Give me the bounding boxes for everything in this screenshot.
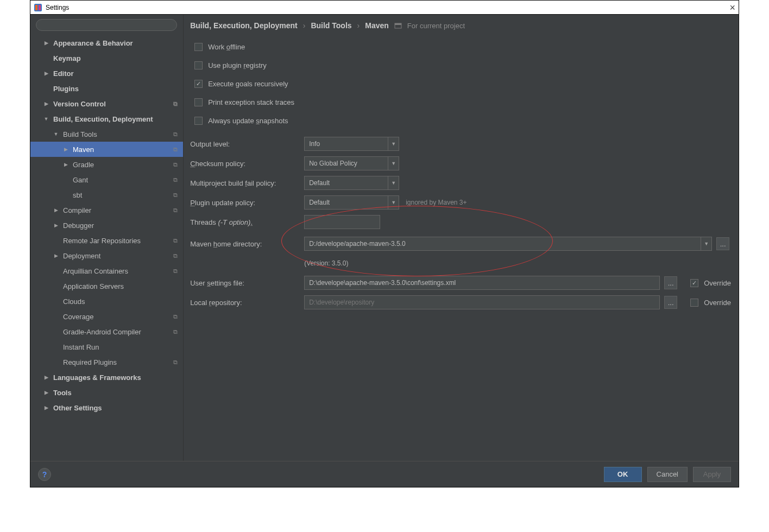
tree-item-label: Debugger bbox=[63, 221, 171, 230]
dialog-footer: ? OK Cancel Apply bbox=[30, 461, 739, 487]
expand-arrow-icon[interactable] bbox=[52, 131, 60, 137]
tree-item[interactable]: Instant Run⧉ bbox=[30, 339, 183, 354]
chevron-down-icon[interactable]: ▼ bbox=[701, 237, 712, 251]
tree-item[interactable]: Tools⧉ bbox=[30, 385, 183, 400]
close-icon[interactable]: × bbox=[729, 3, 735, 12]
user-settings-browse-button[interactable]: ... bbox=[664, 276, 677, 289]
project-scope-icon: ⧉ bbox=[171, 176, 180, 183]
tree-item[interactable]: Languages & Frameworks⧉ bbox=[30, 370, 183, 385]
plugin-registry-label: Use plugin registry bbox=[208, 61, 267, 69]
tree-item[interactable]: Clouds⧉ bbox=[30, 294, 183, 309]
expand-arrow-icon[interactable] bbox=[42, 116, 50, 122]
print-exception-label: Print exception stack traces bbox=[208, 98, 294, 106]
tree-item[interactable]: Deployment⧉ bbox=[30, 248, 183, 263]
chevron-down-icon[interactable]: ▼ bbox=[388, 176, 399, 190]
crumb-maven[interactable]: Maven bbox=[365, 21, 389, 30]
print-exception-checkbox[interactable] bbox=[194, 98, 203, 106]
multiproject-select[interactable]: Default▼ bbox=[304, 176, 399, 190]
cancel-button[interactable]: Cancel bbox=[647, 467, 688, 482]
tree-item-label: Keymap bbox=[53, 54, 171, 62]
chevron-down-icon[interactable]: ▼ bbox=[388, 156, 399, 170]
local-repo-browse-button[interactable]: ... bbox=[664, 296, 677, 309]
plugin-update-note: ignored by Maven 3+ bbox=[406, 199, 467, 206]
expand-arrow-icon[interactable] bbox=[62, 147, 70, 152]
tree-item[interactable]: Gant⧉ bbox=[30, 172, 183, 187]
svg-rect-1 bbox=[35, 5, 37, 10]
override-label: Override bbox=[704, 299, 731, 307]
tree-item[interactable]: Coverage⧉ bbox=[30, 309, 183, 324]
tree-item[interactable]: Other Settings⧉ bbox=[30, 400, 183, 415]
tree-item[interactable]: Editor⧉ bbox=[30, 66, 183, 81]
project-scope-icon: ⧉ bbox=[171, 146, 180, 153]
execute-goals-label: Execute goals recursively bbox=[208, 80, 288, 88]
tree-item[interactable]: Arquillian Containers⧉ bbox=[30, 263, 183, 278]
tree-item[interactable]: Build, Execution, Deployment⧉ bbox=[30, 111, 183, 126]
expand-arrow-icon[interactable] bbox=[52, 223, 60, 228]
search-input[interactable] bbox=[36, 19, 177, 31]
output-level-select[interactable]: Info▼ bbox=[304, 137, 399, 151]
threads-input[interactable] bbox=[304, 215, 380, 229]
tree-item[interactable]: Gradle-Android Compiler⧉ bbox=[30, 324, 183, 339]
settings-tree: Appearance & Behavior⧉Keymap⧉Editor⧉Plug… bbox=[30, 35, 183, 461]
tree-item[interactable]: Version Control⧉ bbox=[30, 96, 183, 111]
app-icon bbox=[34, 3, 42, 12]
tree-item[interactable]: Debugger⧉ bbox=[30, 218, 183, 233]
crumb-bed[interactable]: Build, Execution, Deployment bbox=[190, 21, 298, 30]
expand-arrow-icon[interactable] bbox=[52, 207, 60, 213]
tree-item-label: Required Plugins bbox=[63, 358, 171, 366]
expand-arrow-icon[interactable] bbox=[42, 375, 50, 380]
expand-arrow-icon[interactable] bbox=[42, 390, 50, 395]
tree-item[interactable]: Compiler⧉ bbox=[30, 202, 183, 218]
maven-home-input[interactable]: D:/develope/apache-maven-3.5.0 bbox=[304, 237, 701, 251]
tree-item[interactable]: Gradle⧉ bbox=[30, 157, 183, 172]
expand-arrow-icon[interactable] bbox=[42, 101, 50, 106]
tree-item[interactable]: Remote Jar Repositories⧉ bbox=[30, 233, 183, 248]
user-settings-input[interactable]: D:\develope\apache-maven-3.5.0\conf\sett… bbox=[304, 276, 660, 290]
tree-item-label: Instant Run bbox=[63, 343, 171, 351]
crumb-build-tools[interactable]: Build Tools bbox=[311, 21, 351, 30]
override-local-checkbox[interactable] bbox=[690, 299, 698, 307]
tree-item[interactable]: Keymap⧉ bbox=[30, 50, 183, 66]
tree-item[interactable]: Application Servers⧉ bbox=[30, 278, 183, 294]
tree-item[interactable]: Build Tools⧉ bbox=[30, 126, 183, 142]
project-scope-icon: ⧉ bbox=[171, 268, 180, 275]
project-scope-icon: ⧉ bbox=[171, 252, 180, 259]
tree-item[interactable]: Plugins⧉ bbox=[30, 81, 183, 96]
project-scope-icon: ⧉ bbox=[171, 192, 180, 199]
svg-rect-4 bbox=[395, 23, 401, 25]
project-scope-icon: ⧉ bbox=[171, 237, 180, 244]
tree-item[interactable]: Appearance & Behavior⧉ bbox=[30, 35, 183, 50]
tree-item[interactable]: sbt⧉ bbox=[30, 187, 183, 202]
maven-version-label: (Version: 3.5.0) bbox=[304, 259, 348, 267]
project-scope-icon bbox=[394, 22, 402, 29]
expand-arrow-icon[interactable] bbox=[52, 253, 60, 258]
project-scope-icon: ⧉ bbox=[171, 313, 180, 320]
expand-arrow-icon[interactable] bbox=[42, 40, 50, 46]
expand-arrow-icon[interactable] bbox=[62, 162, 70, 167]
chevron-down-icon[interactable]: ▼ bbox=[388, 195, 399, 210]
tree-item-label: Gant bbox=[73, 176, 171, 184]
override-user-checkbox[interactable] bbox=[690, 279, 698, 287]
checksum-select[interactable]: No Global Policy▼ bbox=[304, 156, 399, 170]
local-repo-input[interactable]: D:\develope\repository bbox=[304, 295, 660, 309]
execute-goals-checkbox[interactable] bbox=[194, 80, 203, 88]
apply-button[interactable]: Apply bbox=[693, 467, 731, 482]
tree-item-label: Version Control bbox=[53, 100, 171, 108]
plugin-registry-checkbox[interactable] bbox=[194, 61, 203, 69]
maven-home-browse-button[interactable]: ... bbox=[716, 237, 729, 250]
work-offline-checkbox[interactable] bbox=[194, 43, 203, 51]
tree-item[interactable]: Required Plugins⧉ bbox=[30, 354, 183, 370]
plugin-update-select[interactable]: Default▼ bbox=[304, 195, 399, 210]
project-scope-icon: ⧉ bbox=[171, 161, 180, 168]
always-update-checkbox[interactable] bbox=[194, 117, 203, 125]
maven-home-label: Maven home directory: bbox=[190, 240, 304, 248]
expand-arrow-icon[interactable] bbox=[42, 71, 50, 76]
ok-button[interactable]: OK bbox=[604, 467, 642, 482]
window-title: Settings bbox=[46, 4, 69, 11]
chevron-down-icon[interactable]: ▼ bbox=[388, 137, 399, 151]
local-repo-label: Local repository: bbox=[190, 299, 304, 307]
help-button[interactable]: ? bbox=[38, 468, 51, 481]
tree-item[interactable]: Maven⧉ bbox=[30, 142, 183, 157]
checksum-label: Checksum policy: bbox=[190, 160, 304, 168]
expand-arrow-icon[interactable] bbox=[42, 405, 50, 410]
